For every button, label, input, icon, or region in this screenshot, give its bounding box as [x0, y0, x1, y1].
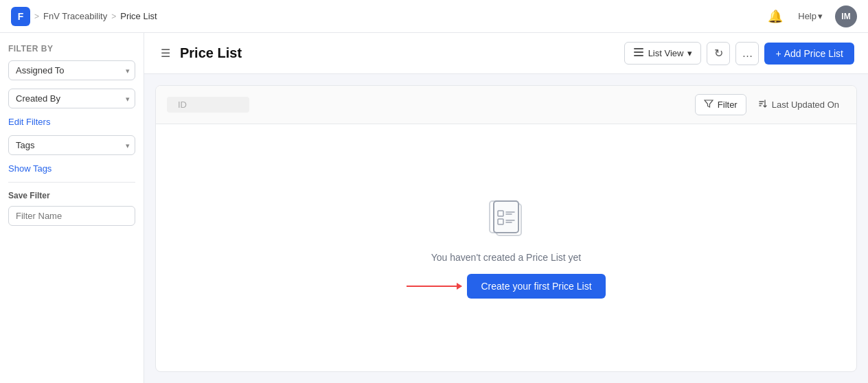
empty-state: You haven't created a Price List yet Cre…: [156, 124, 856, 371]
topbar: F > FnV Traceability > Price List 🔔 Help…: [0, 0, 868, 33]
add-price-list-button[interactable]: + Add Price List: [764, 43, 854, 65]
table-header-left: ID: [167, 97, 249, 113]
refresh-button[interactable]: ↻: [707, 42, 730, 65]
breadcrumb-current: Price List: [120, 11, 157, 21]
list-view-chevron-icon: ▾: [687, 48, 692, 58]
help-label: Help: [798, 11, 816, 21]
tags-select[interactable]: Tags: [8, 135, 135, 155]
add-btn-icon: +: [775, 48, 781, 59]
table-filter-button[interactable]: Filter: [695, 94, 746, 115]
table-area: ID Filter: [155, 85, 857, 372]
add-btn-label: Add Price List: [784, 48, 843, 59]
edit-filters-link[interactable]: Edit Filters: [8, 117, 135, 127]
create-first-price-list-button[interactable]: Create your first Price List: [467, 274, 605, 299]
red-arrow-icon: [407, 286, 461, 287]
breadcrumb-fnv[interactable]: FnV Traceability: [43, 11, 107, 21]
avatar[interactable]: IM: [835, 5, 857, 27]
notification-bell-button[interactable]: 🔔: [765, 6, 786, 27]
svg-rect-0: [634, 48, 643, 49]
assigned-to-filter-wrapper: Assigned To ▾: [8, 60, 135, 80]
help-button[interactable]: Help ▾: [794, 8, 827, 24]
page-header-right: List View ▾ ↻ … + Add Price List: [624, 42, 854, 65]
list-view-label: List View: [648, 48, 684, 58]
page-header-left: ☰ Price List: [158, 45, 242, 61]
filter-icon: [704, 99, 713, 111]
sort-icon: [758, 99, 768, 111]
sidebar: Filter By Assigned To ▾ Created By ▾ Edi…: [0, 33, 144, 383]
page-title: Price List: [180, 45, 242, 61]
empty-state-text: You haven't created a Price List yet: [431, 252, 582, 263]
table-header: ID Filter: [156, 86, 856, 124]
page-header: ☰ Price List List View ▾ ↻ …: [144, 33, 868, 74]
tags-filter-wrapper: Tags ▾: [8, 135, 135, 155]
topbar-right: 🔔 Help ▾ IM: [765, 5, 857, 27]
svg-rect-5: [494, 201, 518, 233]
main-layout: Filter By Assigned To ▾ Created By ▾ Edi…: [0, 33, 868, 383]
created-by-filter-wrapper: Created By ▾: [8, 89, 135, 108]
created-by-select[interactable]: Created By: [8, 89, 135, 108]
sort-button[interactable]: Last Updated On: [752, 94, 845, 115]
table-header-right: Filter Last Updated On: [695, 94, 845, 115]
filter-label: Filter: [718, 100, 738, 110]
assigned-to-select[interactable]: Assigned To: [8, 60, 135, 80]
svg-rect-2: [634, 55, 643, 56]
app-icon[interactable]: F: [11, 7, 30, 26]
save-filter-label: Save Filter: [8, 191, 135, 200]
id-column-header: ID: [167, 97, 249, 113]
list-view-icon: [633, 47, 644, 60]
show-tags-link[interactable]: Show Tags: [8, 163, 135, 174]
help-chevron-icon: ▾: [818, 11, 823, 21]
empty-state-icon: [484, 197, 528, 241]
svg-rect-1: [634, 51, 643, 53]
sidebar-divider: [8, 182, 135, 183]
content-area: ☰ Price List List View ▾ ↻ …: [144, 33, 868, 383]
filter-name-input[interactable]: [8, 206, 135, 226]
last-updated-label: Last Updated On: [772, 100, 839, 110]
breadcrumb-sep1: >: [34, 12, 39, 21]
breadcrumb: F > FnV Traceability > Price List: [11, 7, 157, 26]
list-view-button[interactable]: List View ▾: [624, 42, 702, 65]
arrow-annotation: Create your first Price List: [407, 274, 605, 299]
more-options-button[interactable]: …: [735, 42, 759, 65]
breadcrumb-sep2: >: [111, 12, 116, 21]
filter-by-label: Filter By: [8, 44, 135, 54]
menu-toggle-button[interactable]: ☰: [158, 45, 173, 61]
